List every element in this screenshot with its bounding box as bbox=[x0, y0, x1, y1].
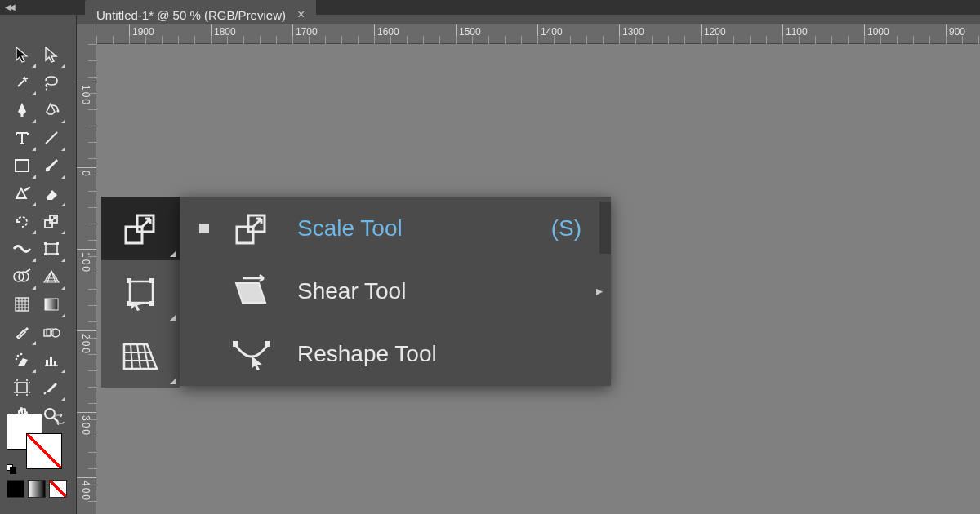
ruler-tick-label: 1100 bbox=[786, 26, 808, 38]
stroke-swatch[interactable] bbox=[26, 433, 62, 469]
flyout-indicator-icon bbox=[61, 119, 65, 123]
free-transform-tool-large[interactable] bbox=[101, 260, 180, 324]
scale-tool-large[interactable] bbox=[101, 197, 180, 260]
svg-point-16 bbox=[51, 329, 60, 337]
slice-tool[interactable] bbox=[37, 374, 66, 401]
svg-rect-24 bbox=[17, 383, 27, 392]
eyedropper-tool[interactable] bbox=[7, 318, 37, 346]
flyout-indicator-icon bbox=[32, 119, 36, 123]
horizontal-ruler[interactable]: 1900180017001600150014001300120011001000… bbox=[96, 24, 980, 44]
gradient-tool[interactable] bbox=[37, 290, 66, 318]
swap-fill-stroke-icon[interactable] bbox=[54, 414, 65, 425]
flyout-item-shortcut: (S) bbox=[551, 215, 581, 241]
mesh-tool[interactable] bbox=[7, 290, 37, 318]
color-mode-none[interactable] bbox=[49, 480, 67, 498]
blend-tool[interactable] bbox=[37, 318, 66, 346]
column-graph-tool[interactable] bbox=[37, 346, 66, 374]
flyout-item-reshape[interactable]: Reshape Tool bbox=[180, 322, 611, 385]
collapse-chevrons-icon[interactable]: ◀◀ bbox=[5, 2, 13, 11]
ruler-tick-label: 1800 bbox=[214, 26, 236, 38]
flyout-indicator-icon bbox=[61, 313, 65, 317]
line-segment-tool[interactable] bbox=[37, 124, 66, 152]
flyout-item-scale[interactable]: Scale Tool (S) bbox=[180, 197, 611, 259]
paintbrush-tool[interactable] bbox=[37, 152, 66, 179]
scale-icon bbox=[229, 209, 274, 248]
svg-rect-14 bbox=[45, 299, 58, 310]
rotate-tool[interactable] bbox=[7, 207, 37, 235]
flyout-item-label: Reshape Tool bbox=[297, 341, 611, 367]
vertical-ruler[interactable]: 1000100200300400 bbox=[77, 24, 96, 514]
flyout-indicator-icon bbox=[61, 258, 65, 262]
flyout-indicator-icon bbox=[32, 230, 36, 234]
svg-rect-4 bbox=[45, 220, 52, 228]
ruler-tick-label: 1200 bbox=[704, 26, 726, 38]
flyout-item-shear[interactable]: Shear Tool ▸ bbox=[180, 259, 611, 322]
svg-rect-22 bbox=[50, 357, 52, 366]
ruler-tick-label: 1500 bbox=[459, 26, 481, 38]
ruler-tick-label: 400 bbox=[80, 481, 91, 502]
svg-rect-8 bbox=[56, 242, 59, 245]
ruler-tick-label: 900 bbox=[949, 26, 965, 38]
svg-point-1 bbox=[56, 109, 59, 112]
tearoff-handle[interactable] bbox=[599, 202, 611, 254]
curvature-pen-tool[interactable] bbox=[37, 96, 66, 124]
flyout-indicator-icon bbox=[32, 202, 36, 206]
flyout-indicator-icon bbox=[61, 369, 65, 373]
document-tab[interactable]: Untitled-1* @ 50 % (RGB/Preview) × bbox=[85, 0, 316, 24]
tool-flyout-anchor-column bbox=[101, 197, 180, 388]
ruler-tick-label: 1300 bbox=[622, 26, 644, 38]
app-root: ◀◀ Untitled-1* @ 50 % (RGB/Preview) × bbox=[0, 0, 980, 514]
tool-flyout-menu: Scale Tool (S) Shear Tool ▸ bbox=[180, 197, 611, 386]
tool-panel bbox=[0, 15, 77, 514]
scale-tool[interactable] bbox=[37, 207, 66, 235]
flyout-indicator-icon bbox=[32, 369, 36, 373]
rectangle-tool[interactable] bbox=[7, 152, 37, 179]
ruler-tick-label: 1600 bbox=[377, 26, 399, 38]
reshape-icon bbox=[229, 336, 274, 372]
flyout-indicator-icon bbox=[170, 250, 176, 257]
tool-grid bbox=[7, 41, 66, 429]
svg-line-2 bbox=[46, 132, 57, 144]
perspective-distort-tool-large[interactable] bbox=[101, 324, 180, 388]
svg-rect-31 bbox=[149, 278, 154, 283]
svg-point-18 bbox=[17, 355, 20, 357]
svg-rect-27 bbox=[126, 227, 142, 243]
flyout-indicator-icon bbox=[32, 286, 36, 290]
artboard-tool[interactable] bbox=[7, 374, 37, 401]
width-tool[interactable] bbox=[7, 235, 37, 263]
ruler-tick-label: 1900 bbox=[132, 26, 154, 38]
color-mode-strip bbox=[7, 480, 67, 498]
perspective-grid-tool[interactable] bbox=[37, 263, 66, 290]
free-transform-tool[interactable] bbox=[37, 235, 66, 263]
ruler-tick-label: 1700 bbox=[296, 26, 318, 38]
selected-indicator-icon bbox=[199, 224, 209, 233]
color-mode-solid[interactable] bbox=[7, 480, 24, 498]
flyout-indicator-icon bbox=[61, 397, 65, 401]
type-tool[interactable] bbox=[7, 124, 37, 152]
color-swatches[interactable] bbox=[7, 414, 70, 474]
magic-wand-tool[interactable] bbox=[7, 69, 37, 96]
shaper-tool[interactable] bbox=[7, 179, 37, 207]
svg-rect-7 bbox=[44, 242, 47, 245]
eraser-tool[interactable] bbox=[37, 179, 66, 207]
flyout-indicator-icon bbox=[61, 147, 65, 151]
color-mode-gradient[interactable] bbox=[28, 480, 46, 498]
ruler-tick-label: 100 bbox=[80, 85, 91, 106]
lasso-tool[interactable] bbox=[37, 69, 66, 96]
shape-builder-tool[interactable] bbox=[7, 263, 37, 290]
default-fill-stroke-icon[interactable] bbox=[7, 464, 16, 474]
flyout-indicator-icon bbox=[32, 341, 36, 345]
flyout-indicator-icon bbox=[170, 314, 176, 321]
document-tab-title: Untitled-1* @ 50 % (RGB/Preview) bbox=[96, 8, 286, 22]
svg-rect-9 bbox=[44, 253, 47, 255]
submenu-arrow-icon: ▸ bbox=[596, 283, 603, 299]
selection-tool[interactable] bbox=[7, 41, 37, 69]
direct-selection-tool[interactable] bbox=[37, 41, 66, 69]
flyout-indicator-icon bbox=[61, 230, 65, 234]
svg-rect-37 bbox=[265, 341, 270, 347]
close-icon[interactable]: × bbox=[297, 7, 305, 22]
svg-rect-21 bbox=[46, 360, 48, 366]
symbol-sprayer-tool[interactable] bbox=[7, 346, 37, 374]
ruler-tick-label: 300 bbox=[80, 415, 91, 436]
pen-tool[interactable] bbox=[7, 96, 37, 124]
